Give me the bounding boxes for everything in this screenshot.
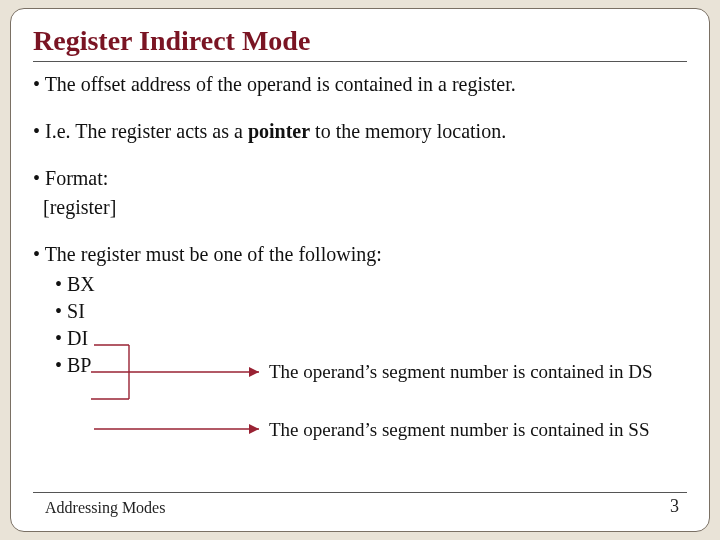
page-number: 3 bbox=[670, 496, 679, 517]
callout-ss: The operand’s segment number is containe… bbox=[269, 419, 649, 441]
bullet-2-bold: pointer bbox=[248, 120, 310, 142]
reg-bp-text: BP bbox=[67, 354, 91, 376]
bullet-1: • The offset address of the operand is c… bbox=[33, 72, 687, 97]
bullet-2-post: to the memory location. bbox=[310, 120, 506, 142]
reg-si-text: SI bbox=[67, 300, 85, 322]
bullet-1-text: The offset address of the operand is con… bbox=[45, 73, 516, 95]
bullet-2: • I.e. The register acts as a pointer to… bbox=[33, 119, 687, 144]
svg-marker-7 bbox=[249, 424, 259, 434]
reg-di: • DI bbox=[55, 325, 687, 352]
footer-left: Addressing Modes bbox=[45, 499, 165, 517]
format-register-text: [register] bbox=[43, 196, 116, 218]
bullet-3-line2: [register] bbox=[33, 195, 687, 220]
callout-ds: The operand’s segment number is containe… bbox=[269, 361, 653, 383]
footer-divider bbox=[33, 492, 687, 493]
reg-bx-text: BX bbox=[67, 273, 95, 295]
title-divider bbox=[33, 61, 687, 62]
bullet-4-text: The register must be one of the followin… bbox=[45, 243, 382, 265]
reg-di-text: DI bbox=[67, 327, 88, 349]
bullet-3: • Format: bbox=[33, 166, 687, 191]
reg-si: • SI bbox=[55, 298, 687, 325]
bullet-4: • The register must be one of the follow… bbox=[33, 242, 687, 267]
bullet-3-text: Format: bbox=[45, 167, 108, 189]
bullet-2-pre: I.e. The register acts as a bbox=[45, 120, 248, 142]
slide-title: Register Indirect Mode bbox=[33, 25, 687, 57]
reg-bx: • BX bbox=[55, 271, 687, 298]
slide-frame: Register Indirect Mode • The offset addr… bbox=[10, 8, 710, 532]
